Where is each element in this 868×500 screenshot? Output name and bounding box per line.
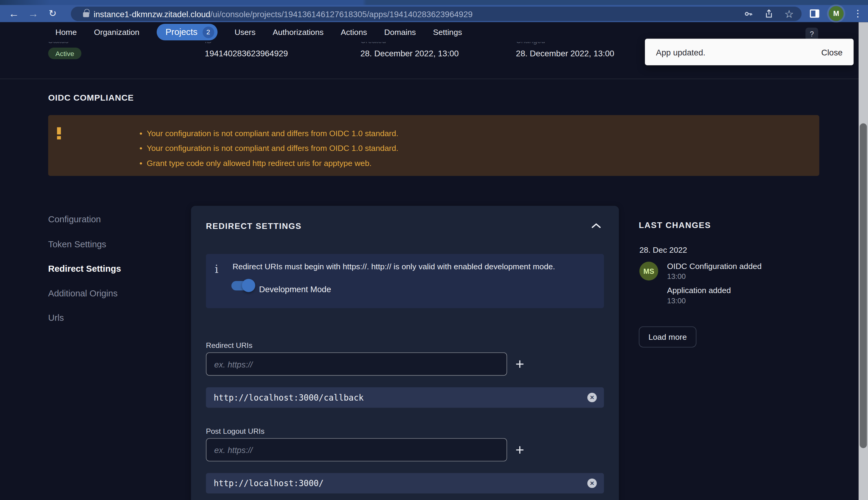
- browser-profile-avatar[interactable]: M: [829, 6, 844, 21]
- bookmark-star-icon[interactable]: ☆: [784, 9, 794, 19]
- forward-icon[interactable]: →: [25, 5, 42, 22]
- add-redirect-uri-button[interactable]: +: [512, 356, 527, 372]
- toast-message: App updated.: [656, 47, 705, 57]
- post-logout-uri-chip: http://localhost:3000/ ✕: [206, 473, 604, 493]
- reload-icon[interactable]: ↻: [44, 5, 61, 22]
- last-changes-title: LAST CHANGES: [639, 220, 711, 229]
- created-value: 28. December 2022, 13:00: [360, 49, 459, 58]
- sidebar-item-urls[interactable]: Urls: [48, 313, 64, 323]
- sidebar-item-redirect-settings[interactable]: Redirect Settings: [48, 264, 121, 274]
- info-text: Redirect URIs must begin with https://. …: [232, 262, 555, 271]
- header-divider: [0, 79, 868, 79]
- warning-exclamation-icon: [57, 127, 62, 139]
- change-event-time: 13:00: [667, 272, 686, 281]
- toggle-knob: [242, 279, 255, 292]
- info-icon: i: [215, 262, 219, 276]
- remove-redirect-uri-icon[interactable]: ✕: [587, 393, 597, 402]
- user-avatar: MS: [639, 262, 658, 281]
- post-logout-uri-value: http://localhost:3000/: [214, 478, 324, 488]
- warning-item: Your configuration is not compliant and …: [147, 144, 399, 153]
- development-mode-label: Development Mode: [259, 284, 331, 294]
- oidc-compliance-warning-box: Your configuration is not compliant and …: [48, 115, 820, 176]
- nav-item-authorizations[interactable]: Authorizations: [273, 28, 324, 36]
- url-domain: instance1-dkmnzw.zitadel.cloud: [93, 9, 210, 19]
- scrollbar-track[interactable]: [859, 22, 868, 500]
- nav-item-domains[interactable]: Domains: [384, 28, 416, 36]
- console-app: Status ID Created Changed Active 1941402…: [0, 22, 868, 500]
- remove-post-logout-uri-icon[interactable]: ✕: [587, 479, 597, 488]
- warning-item: Grant type code only allowed http redire…: [147, 159, 371, 168]
- back-icon[interactable]: ←: [5, 5, 22, 22]
- key-icon[interactable]: [744, 9, 754, 19]
- url-text: instance1-dkmnzw.zitadel.cloud/ui/consol…: [93, 9, 472, 19]
- app-id-value: 194140283623964929: [205, 49, 288, 58]
- development-mode-toggle[interactable]: [232, 281, 252, 291]
- toast-close-button[interactable]: Close: [821, 47, 842, 57]
- projects-count-badge: 2: [202, 26, 214, 38]
- redirect-uri-input[interactable]: [206, 352, 507, 376]
- warning-item: Your configuration is not compliant and …: [147, 129, 399, 138]
- change-event-title: Application added: [667, 286, 731, 295]
- post-logout-uri-input[interactable]: [206, 438, 507, 462]
- last-changes-date: 28. Dec 2022: [639, 246, 687, 254]
- redirect-settings-card: REDIRECT SETTINGS i Redirect URIs must b…: [191, 206, 619, 500]
- nav-projects-label: Projects: [166, 27, 197, 37]
- share-icon[interactable]: [764, 9, 774, 19]
- url-bar[interactable]: instance1-dkmnzw.zitadel.cloud/ui/consol…: [71, 7, 801, 21]
- nav-item-home[interactable]: Home: [55, 28, 77, 36]
- redirect-uri-value: http://localhost:3000/callback: [214, 393, 364, 402]
- nav-item-organization[interactable]: Organization: [94, 28, 140, 36]
- redirect-uri-chip: http://localhost:3000/callback ✕: [206, 387, 604, 408]
- dev-mode-info-box: i Redirect URIs must begin with https://…: [206, 254, 604, 308]
- toast-notification: App updated. Close: [645, 39, 854, 65]
- lock-icon: [83, 12, 89, 17]
- browser-tabstrip: [0, 0, 868, 5]
- status-badge: Active: [48, 48, 81, 59]
- browser-menu-icon[interactable]: ⋮: [853, 9, 862, 18]
- change-event-title: OIDC Configuration added: [667, 262, 761, 271]
- scrollbar-thumb[interactable]: [859, 124, 867, 448]
- sidebar-item-configuration[interactable]: Configuration: [48, 215, 101, 225]
- url-path: /ui/console/projects/194136146127618305/…: [210, 9, 472, 19]
- add-post-logout-uri-button[interactable]: +: [512, 442, 527, 457]
- redirect-uris-label: Redirect URIs: [206, 341, 252, 350]
- card-title: REDIRECT SETTINGS: [206, 221, 301, 231]
- changed-value: 28. December 2022, 13:00: [516, 49, 614, 58]
- nav-item-projects[interactable]: Projects 2: [157, 24, 218, 41]
- nav-item-users[interactable]: Users: [234, 28, 256, 36]
- post-logout-uris-label: Post Logout URIs: [206, 427, 264, 435]
- nav-item-actions[interactable]: Actions: [341, 28, 367, 36]
- change-event-time: 13:00: [667, 296, 686, 305]
- screen: ← → ↻ instance1-dkmnzw.zitadel.cloud/ui/…: [0, 0, 868, 500]
- sidebar-item-additional-origins[interactable]: Additional Origins: [48, 289, 118, 299]
- browser-toolbar: ← → ↻ instance1-dkmnzw.zitadel.cloud/ui/…: [0, 0, 868, 22]
- load-more-button[interactable]: Load more: [639, 327, 697, 348]
- nav-item-settings[interactable]: Settings: [433, 28, 462, 36]
- sidebar-item-token-settings[interactable]: Token Settings: [48, 239, 107, 249]
- oidc-compliance-title: OIDC COMPLIANCE: [48, 93, 134, 103]
- collapse-chevron-up-icon[interactable]: [591, 222, 601, 229]
- side-panel-icon[interactable]: [810, 9, 819, 18]
